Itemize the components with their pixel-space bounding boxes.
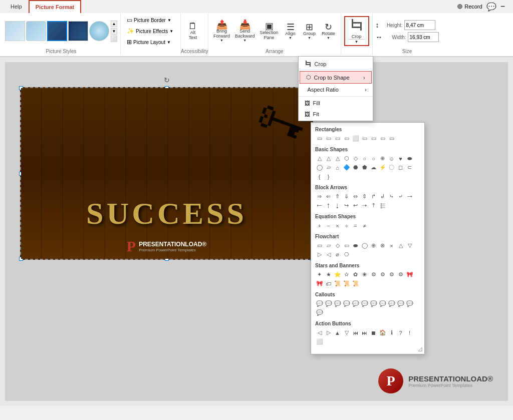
style-thumb-5[interactable]: [89, 21, 109, 41]
minimize-icon[interactable]: −: [500, 2, 505, 11]
shape-star-12[interactable]: 🎀: [315, 279, 324, 288]
shape-star-4[interactable]: ✫: [342, 270, 351, 279]
shape-call-10[interactable]: 💬: [396, 299, 405, 308]
shape-arr-6[interactable]: ⇕: [360, 192, 369, 201]
shape-star-16[interactable]: 📜: [351, 279, 360, 288]
shape-call-2[interactable]: 💬: [324, 299, 333, 308]
shape-arr-11[interactable]: ⭢: [405, 192, 414, 201]
shape-arr-16[interactable]: ↩: [351, 201, 360, 210]
shape-star-11[interactable]: 🎀: [405, 270, 414, 279]
shape-basic-17[interactable]: ⬟: [360, 163, 369, 172]
crop-menu-crop-to-shape[interactable]: ⬡ Crop to Shape ›: [300, 71, 372, 84]
shape-call-7[interactable]: 💬: [369, 299, 378, 308]
shape-flow-6[interactable]: ◯: [360, 241, 369, 250]
shape-arr-3[interactable]: ⇑: [333, 192, 342, 201]
shape-basic-3[interactable]: △: [333, 154, 342, 163]
shape-basic-2[interactable]: △: [324, 154, 333, 163]
shape-basic-13[interactable]: ▱: [324, 163, 333, 172]
shape-basic-24[interactable]: }: [324, 172, 333, 181]
shape-flow-10[interactable]: △: [396, 241, 405, 250]
shape-eq-1[interactable]: +: [315, 221, 324, 230]
crop-menu-fit[interactable]: 🖼 Fit: [299, 109, 373, 120]
shape-star-15[interactable]: 📜: [342, 279, 351, 288]
shape-eq-6[interactable]: ≠: [360, 221, 369, 230]
shape-eq-4[interactable]: ÷: [342, 221, 351, 230]
shape-flow-5[interactable]: ⬬: [351, 241, 360, 250]
shape-star-5[interactable]: ✿: [351, 270, 360, 279]
shape-arr-12[interactable]: ⭠: [315, 201, 324, 210]
shape-basic-16[interactable]: ⬣: [351, 163, 360, 172]
shape-flow-9[interactable]: ×: [387, 241, 396, 250]
shape-rect-2[interactable]: ▭: [324, 134, 333, 143]
shape-rect-1[interactable]: ▭: [315, 134, 324, 143]
shape-act-5[interactable]: ⏮: [351, 328, 360, 337]
shape-star-6[interactable]: ❀: [360, 270, 369, 279]
shape-act-8[interactable]: 🏠: [378, 328, 387, 337]
shape-arr-10[interactable]: ⤶: [396, 192, 405, 201]
crop-menu-crop[interactable]: Crop: [299, 58, 373, 71]
shape-arr-4[interactable]: ⇓: [342, 192, 351, 201]
shape-star-2[interactable]: ★: [324, 270, 333, 279]
shape-basic-18[interactable]: ☁: [369, 163, 378, 172]
shape-star-3[interactable]: ⭐: [333, 270, 342, 279]
selection-pane-button[interactable]: ▣ SelectionPane: [258, 21, 281, 42]
shape-star-8[interactable]: ⚙: [378, 270, 387, 279]
shape-basic-10[interactable]: ♥: [396, 154, 405, 163]
shape-eq-2[interactable]: −: [324, 221, 333, 230]
shape-rect-3[interactable]: ▭: [333, 134, 342, 143]
shape-act-9[interactable]: ℹ: [387, 328, 396, 337]
tab-help[interactable]: Help: [4, 0, 29, 13]
shape-act-6[interactable]: ⏭: [360, 328, 369, 337]
shape-star-14[interactable]: 📜: [333, 279, 342, 288]
shape-star-7[interactable]: ⚙: [369, 270, 378, 279]
comment-icon[interactable]: 💬: [486, 2, 496, 12]
style-thumb-3[interactable]: [47, 21, 67, 41]
style-thumb-1[interactable]: [5, 21, 25, 41]
shape-basic-21[interactable]: ◻: [396, 163, 405, 172]
shape-arr-14[interactable]: ⭣: [333, 201, 342, 210]
tab-picture-format[interactable]: Picture Format: [29, 0, 82, 13]
crop-menu-fill[interactable]: 🖼 Fill: [299, 98, 373, 109]
rotate-button[interactable]: ↻ Rotate ▼: [320, 22, 338, 41]
shape-arr-15[interactable]: ↪: [342, 201, 351, 210]
shape-flow-4[interactable]: ▭: [342, 241, 351, 250]
shape-call-11[interactable]: 💬: [405, 299, 414, 308]
height-input[interactable]: [404, 20, 435, 30]
shape-eq-3[interactable]: ×: [333, 221, 342, 230]
shape-act-2[interactable]: ▷: [324, 328, 333, 337]
thumb-scroll-down[interactable]: ▼: [111, 28, 117, 35]
shape-arr-1[interactable]: ⇒: [315, 192, 324, 201]
alt-text-button[interactable]: 🗒 AltText: [184, 21, 202, 42]
shape-basic-4[interactable]: ⬡: [342, 154, 351, 163]
shape-rect-6[interactable]: ▭: [360, 134, 369, 143]
shape-rect-4[interactable]: ▭: [342, 134, 351, 143]
crop-button[interactable]: Crop ▼: [344, 16, 369, 46]
shape-arr-18[interactable]: ⇡: [369, 201, 378, 210]
shape-call-4[interactable]: 💬: [342, 299, 351, 308]
shape-basic-1[interactable]: △: [315, 154, 324, 163]
shape-star-13[interactable]: 🏷: [324, 279, 333, 288]
shape-star-1[interactable]: ✦: [315, 270, 324, 279]
shape-arr-17[interactable]: ⇢: [360, 201, 369, 210]
shape-rect-5[interactable]: ⬜: [351, 134, 360, 143]
shape-call-6[interactable]: 💬: [360, 299, 369, 308]
record-button[interactable]: Record: [457, 4, 482, 10]
shape-act-10[interactable]: ?: [396, 328, 405, 337]
shape-basic-19[interactable]: ⚡: [378, 163, 387, 172]
shape-flow-3[interactable]: ◇: [333, 241, 342, 250]
shape-call-3[interactable]: 💬: [333, 299, 342, 308]
shape-rect-9[interactable]: ▭: [387, 134, 396, 143]
shape-basic-9[interactable]: ☺: [387, 154, 396, 163]
picture-layout-btn[interactable]: ⊞ Picture Layout ▼: [124, 37, 177, 47]
shape-call-9[interactable]: 💬: [387, 299, 396, 308]
shape-call-8[interactable]: 💬: [378, 299, 387, 308]
shape-basic-5[interactable]: ◇: [351, 154, 360, 163]
shape-call-1[interactable]: 💬: [315, 299, 324, 308]
shape-arr-9[interactable]: ⤷: [387, 192, 396, 201]
shape-arr-7[interactable]: ↱: [369, 192, 378, 201]
shape-call-5[interactable]: 💬: [351, 299, 360, 308]
shape-flow-11[interactable]: ▽: [405, 241, 414, 250]
picture-effects-btn[interactable]: ✨ Picture Effects ▼: [124, 26, 177, 36]
slide-image[interactable]: ↻ 🗝 SUCCESS P PRESENTATIONLOAD®: [20, 87, 313, 260]
shape-arr-13[interactable]: ⭡: [324, 201, 333, 210]
